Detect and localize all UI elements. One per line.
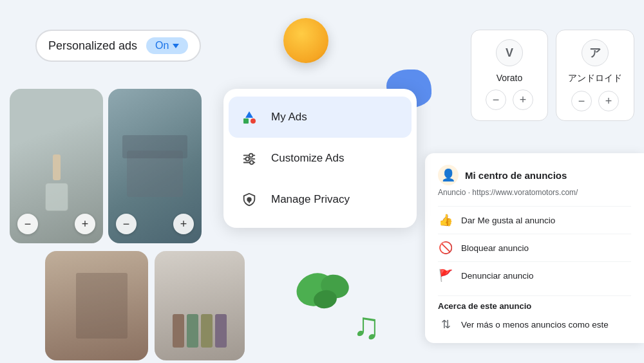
- ad-center-header: 👤 Mi centro de anuncios: [438, 165, 631, 185]
- chevron-down-icon: [173, 44, 179, 48]
- photo2-minus-button[interactable]: −: [116, 214, 137, 234]
- manage-privacy-label: Manage Privacy: [271, 193, 350, 206]
- menu-item-customize-ads[interactable]: Customize Ads: [229, 138, 412, 179]
- green-plant-decoration: [293, 267, 357, 315]
- ad-center-panel: 👤 Mi centro de anuncios Anuncio · https:…: [425, 153, 644, 343]
- report-icon: 🚩: [438, 268, 453, 283]
- android-minus-button[interactable]: −: [571, 91, 592, 111]
- like-label: Dar Me gusta al anuncio: [461, 216, 555, 225]
- photo-card-3: [45, 251, 148, 360]
- ad-settings-dropdown: My Ads Customize Ads Manage Privacy: [223, 89, 417, 228]
- photo-card-2: − +: [108, 89, 202, 243]
- block-icon: 🚫: [438, 241, 453, 255]
- manage-privacy-icon: [239, 189, 260, 210]
- vorato-plus-button[interactable]: +: [513, 89, 533, 110]
- vorato-avatar: V: [496, 39, 523, 66]
- ad-action-report[interactable]: 🚩 Denunciar anuncio: [438, 261, 631, 289]
- android-controls: − +: [571, 91, 619, 111]
- vorato-controls: − +: [486, 89, 533, 110]
- photo1-minus-button[interactable]: −: [17, 214, 38, 234]
- orange-sphere-decoration: [283, 18, 328, 63]
- menu-item-manage-privacy[interactable]: Manage Privacy: [229, 179, 412, 220]
- toggle-status: On: [155, 40, 169, 51]
- green-music-note-decoration: ♫: [349, 299, 394, 349]
- customize-ads-icon: [239, 148, 260, 169]
- android-plus-button[interactable]: +: [598, 91, 619, 111]
- menu-item-my-ads[interactable]: My Ads: [229, 97, 412, 138]
- brand-card-android: ア アンドロイド − +: [556, 30, 634, 121]
- photo-card-4: [155, 251, 245, 360]
- photo-card-1: − +: [10, 89, 103, 243]
- see-more-label: Ver más o menos anuncios como este: [461, 320, 609, 330]
- see-more-icon: ⇅: [438, 317, 453, 331]
- vorato-minus-button[interactable]: −: [486, 89, 506, 110]
- svg-point-13: [247, 198, 251, 201]
- report-label: Denunciar anuncio: [461, 271, 534, 281]
- personalized-ads-toggle[interactable]: Personalized ads On: [35, 30, 201, 62]
- android-name: アンドロイド: [568, 73, 622, 84]
- photo2-plus-button[interactable]: +: [173, 214, 194, 234]
- toggle-label: Personalized ads: [48, 39, 137, 53]
- brand-card-vorato: V Vorato − +: [471, 30, 548, 121]
- svg-point-10: [245, 157, 249, 161]
- android-avatar: ア: [582, 39, 609, 66]
- block-label: Bloquear anuncio: [461, 243, 529, 253]
- svg-rect-5: [243, 118, 249, 124]
- photo1-plus-button[interactable]: +: [75, 214, 95, 234]
- svg-point-12: [250, 161, 254, 165]
- svg-marker-4: [245, 111, 253, 118]
- see-more-action[interactable]: ⇅ Ver más o menos anuncios como este: [438, 311, 631, 331]
- on-badge[interactable]: On: [146, 37, 188, 54]
- brand-cards-container: V Vorato − + ア アンドロイド − +: [471, 30, 634, 121]
- svg-point-8: [249, 154, 253, 158]
- customize-ads-label: Customize Ads: [271, 152, 344, 165]
- ad-center-icon: 👤: [438, 165, 459, 185]
- my-ads-label: My Ads: [271, 111, 307, 124]
- my-ads-icon: [239, 107, 260, 127]
- like-icon: 👍: [438, 213, 453, 227]
- ad-action-block[interactable]: 🚫 Bloquear anuncio: [438, 234, 631, 261]
- about-section-header: Acerca de este anuncio: [438, 295, 631, 311]
- ad-action-like[interactable]: 👍 Dar Me gusta al anuncio: [438, 206, 631, 234]
- svg-point-6: [251, 118, 256, 124]
- svg-text:♫: ♫: [352, 304, 381, 344]
- ad-center-subtitle: Anuncio · https://www.voratomotors.com/: [438, 188, 631, 197]
- vorato-name: Vorato: [497, 73, 522, 83]
- ad-center-title: Mi centro de anuncios: [465, 170, 567, 181]
